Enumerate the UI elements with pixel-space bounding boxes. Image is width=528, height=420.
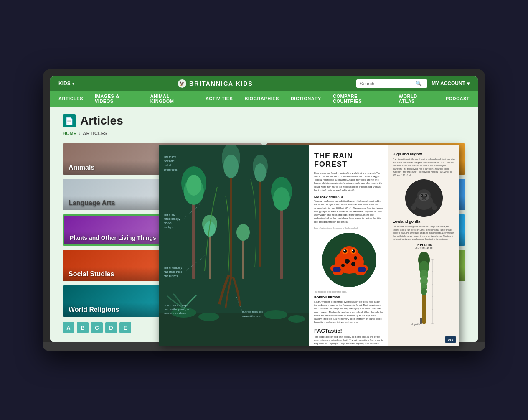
nav-images-videos[interactable]: IMAGES & VIDEOS <box>95 94 139 104</box>
svg-point-85 <box>425 194 427 197</box>
logo-text: BRITANNICA KIDS <box>189 80 253 87</box>
magazine-section1-body: Tropical rain forests have distinct laye… <box>314 199 384 224</box>
breadcrumb: HOME › ARTICLES <box>63 131 465 136</box>
alpha-b[interactable]: B <box>77 322 89 333</box>
svg-text:evergreens.: evergreens. <box>164 168 178 171</box>
magazine-article-title: THE RAIN FOREST <box>314 152 384 169</box>
gorilla-section-title: Lowland gorilla <box>393 219 455 224</box>
alpha-d[interactable]: D <box>105 322 117 333</box>
magazine-section1-title: Layered habitats <box>314 195 384 198</box>
magazine-left-page: The tallest trees are called evergreens.… <box>159 145 309 346</box>
svg-point-21 <box>236 224 250 241</box>
search-input-wrap[interactable]: 🔍 <box>356 79 427 88</box>
page-number: 165 <box>445 336 456 343</box>
magazine-left-background: The tallest trees are called evergreens.… <box>159 145 309 346</box>
svg-point-23 <box>198 313 219 321</box>
alpha-e[interactable]: E <box>119 322 131 333</box>
breadcrumb-separator: › <box>79 131 80 136</box>
page-title: Articles <box>80 114 123 127</box>
tree-diagram: A gorilla <box>393 251 455 326</box>
nav-podcast[interactable]: PODCAST <box>446 96 470 101</box>
nav-articles[interactable]: ARTICLES <box>58 96 83 101</box>
svg-text:blocks: blocks <box>164 221 172 224</box>
top-bar: KIDS ▾ 🦅 BRITANNICA KIDS 🔍 <box>50 76 478 91</box>
alpha-c[interactable]: C <box>91 322 103 333</box>
svg-point-16 <box>273 187 290 211</box>
svg-text:has small trees: has small trees <box>164 270 182 273</box>
svg-point-6 <box>223 155 239 178</box>
svg-text:sunlight.: sunlight. <box>164 226 174 229</box>
magazine-right-pages: THE RAIN FOREST Rain forests are found i… <box>309 145 459 346</box>
svg-text:support the tree.: support the tree. <box>242 315 261 317</box>
logo-area: 🦅 BRITANNICA KIDS <box>178 79 253 88</box>
frog-body: South American poison frogs live mostly … <box>314 300 384 324</box>
kids-label: KIDS <box>58 81 71 87</box>
tadpole-note: The tadpoles feed on infertile eggs. <box>314 290 384 293</box>
svg-text:forest canopy: forest canopy <box>164 217 180 221</box>
nav-dictionary[interactable]: DICTIONARY <box>291 96 321 101</box>
magazine-col1: THE RAIN FOREST Rain forests are found i… <box>309 145 388 346</box>
magazine-intro: Rain forests are found in parts of the w… <box>314 171 384 192</box>
laptop-frame: KIDS ▾ 🦅 BRITANNICA KIDS 🔍 <box>43 69 485 351</box>
svg-text:The tallest: The tallest <box>164 155 176 158</box>
articles-icon: 📄 <box>63 114 76 127</box>
magazine-overlay: The tallest trees are called evergreens.… <box>159 145 459 346</box>
factastic-title: FACTastic! <box>314 328 384 334</box>
svg-text:there are few plants.: there are few plants. <box>164 312 187 314</box>
svg-point-59 <box>345 259 350 264</box>
svg-point-84 <box>421 194 423 197</box>
nav-compare-countries[interactable]: COMPARE COUNTRIES <box>333 94 387 104</box>
svg-text:Only 1 percent of light: Only 1 percent of light <box>164 304 188 307</box>
svg-point-9 <box>254 163 266 182</box>
svg-point-92 <box>432 205 437 210</box>
alpha-a[interactable]: A <box>63 322 74 333</box>
frog-circle-image <box>322 233 376 287</box>
nav-animal-kingdom[interactable]: ANIMAL KINGDOM <box>150 94 194 104</box>
my-account-chevron: ▾ <box>467 81 470 87</box>
gorilla-body: The western lowland gorilla lives in the… <box>393 225 455 241</box>
svg-point-88 <box>422 196 426 199</box>
svg-point-63 <box>333 267 341 272</box>
svg-point-61 <box>341 264 345 267</box>
svg-point-91 <box>411 205 416 210</box>
frog-section-title: Poison frogs <box>314 295 384 299</box>
svg-point-25 <box>288 315 305 323</box>
my-account-menu[interactable]: MY ACCOUNT ▾ <box>432 81 470 87</box>
svg-point-62 <box>354 256 357 260</box>
factastic-body: The golden poison frog, only about 2 in … <box>314 335 384 346</box>
search-bar: 🔍 MY ACCOUNT ▾ <box>356 79 470 88</box>
britannica-logo-icon: 🦅 <box>178 79 187 88</box>
svg-text:Buttress roots help: Buttress roots help <box>242 311 264 313</box>
breadcrumb-current: ARTICLES <box>83 131 107 136</box>
nav-activities[interactable]: ACTIVITIES <box>206 96 233 101</box>
hyperion-height: 380 feet (116 m) <box>393 247 455 249</box>
svg-text:called: called <box>164 164 171 167</box>
svg-point-99 <box>421 288 427 295</box>
svg-text:trees are: trees are <box>164 160 175 163</box>
pool-note: Pool of rainwater at the center of the b… <box>314 227 384 229</box>
search-input[interactable] <box>360 81 414 86</box>
svg-point-13 <box>186 175 201 196</box>
svg-text:and bushes.: and bushes. <box>164 275 179 277</box>
svg-text:A gorilla: A gorilla <box>411 323 421 326</box>
nav-world-atlas[interactable]: WORLD ATLAS <box>399 94 434 104</box>
kids-menu[interactable]: KIDS ▾ <box>58 81 74 87</box>
hyperion-label: HYPERION <box>393 244 455 247</box>
page-header: 📄 Articles <box>63 114 465 127</box>
gorilla-circle-image <box>405 179 443 217</box>
breadcrumb-home[interactable]: HOME <box>63 131 76 136</box>
svg-text:The understory: The understory <box>164 266 182 270</box>
svg-point-24 <box>264 310 287 319</box>
svg-text:The thick: The thick <box>164 213 175 216</box>
nav-biographies[interactable]: BIOGRAPHIES <box>244 96 279 101</box>
svg-text:🦅: 🦅 <box>179 81 185 87</box>
search-button[interactable]: 🔍 <box>416 81 422 87</box>
svg-point-58 <box>352 249 353 251</box>
svg-text:reaches the ground, as: reaches the ground, as <box>164 308 189 311</box>
chevron-down-icon: ▾ <box>72 81 74 86</box>
svg-point-87 <box>425 195 426 196</box>
svg-rect-3 <box>159 313 309 346</box>
nav-bar: ARTICLES IMAGES & VIDEOS ANIMAL KINGDOM … <box>50 91 478 107</box>
col2-body: The biggest trees in the world are the r… <box>393 158 455 177</box>
svg-point-57 <box>343 249 345 251</box>
